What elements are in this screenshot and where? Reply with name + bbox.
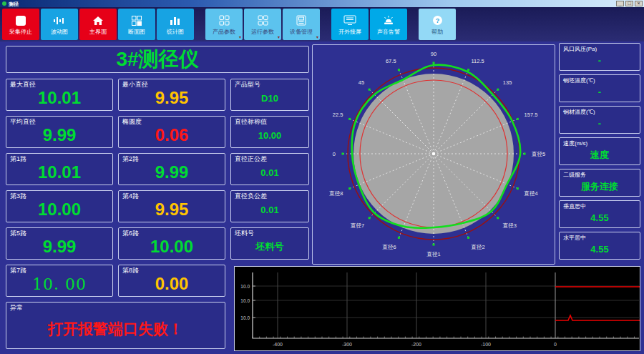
metric-path-2: 第2路9.99 <box>118 153 225 185</box>
minimize-button[interactable]: _ <box>616 1 624 6</box>
metric-label: 坯料号 <box>235 230 254 237</box>
dropdown-arrow-icon: ▾ <box>278 35 280 39</box>
metric-label: 椭圆度 <box>122 119 142 125</box>
toolbar-button-sound-alarm[interactable]: 声音告警 <box>370 9 407 40</box>
trend-chart-panel: -400-300-200-100010.010.010.0 <box>234 266 640 351</box>
info-label: 钢材温度(℃) <box>563 109 595 115</box>
polar-spoke-label: 0 <box>333 151 336 157</box>
app-window: 测径 _□× 采集停止波动图主界面断面图统计图产品参数▾运行参数▾设备管理▾开外… <box>0 0 644 354</box>
info-billet-temperature: 钢坯温度(℃)- <box>559 74 640 102</box>
polar-spoke-label: 67.5 <box>386 58 396 64</box>
metric-label: 异常 <box>10 305 23 311</box>
info-label: 水平居中 <box>563 235 586 241</box>
svg-text:?: ? <box>435 17 439 24</box>
metric-path-3: 第3路10.00 <box>6 190 113 222</box>
polar-spoke-label: 直径8 <box>328 190 343 197</box>
polar-spoke-label: 45 <box>358 79 364 86</box>
info-label: 钢坯温度(℃) <box>563 77 595 84</box>
metric-ovality: 椭圆度0.06 <box>118 116 225 148</box>
trend-x-tick-label: -300 <box>342 342 352 347</box>
toolbar-button-product-params[interactable]: 产品参数▾ <box>205 9 243 40</box>
metric-label: 最小直径 <box>122 82 148 88</box>
home-icon <box>92 14 104 27</box>
metric-label: 第6路 <box>122 230 139 237</box>
grid-icon <box>258 14 268 27</box>
polar-spoke-label: 90 <box>431 51 436 57</box>
toolbar-button-main-screen[interactable]: 主界面 <box>79 9 117 40</box>
grid-icon <box>219 14 230 27</box>
metric-max-diameter: 最大直径10.01 <box>6 79 113 111</box>
polar-spoke-label: 直径3 <box>502 222 517 229</box>
metric-label: 第2路 <box>122 156 139 162</box>
metric-alarm: 异常打开报警端口失败！ <box>6 302 225 349</box>
metric-path-8: 第8路0.00 <box>118 265 225 297</box>
window-controls: _□× <box>616 1 643 6</box>
stop-icon <box>15 14 26 27</box>
screen-icon <box>343 14 356 27</box>
toolbar-button-stop-acquisition[interactable]: 采集停止 <box>2 9 39 40</box>
toolbar: 采集停止波动图主界面断面图统计图产品参数▾运行参数▾设备管理▾开外接屏声音告警?… <box>0 7 644 41</box>
metric-label: 直径标称值 <box>235 119 267 125</box>
info-label: 风口风压(Pa) <box>563 46 597 52</box>
window-title: 测径 <box>9 1 19 6</box>
toolbar-button-external-screen[interactable]: 开外接屏 <box>331 9 369 40</box>
polar-spoke-label: 直径6 <box>381 244 396 250</box>
info-speed: 速度(m/s)速度 <box>559 137 640 165</box>
toolbar-button-fluctuation-chart[interactable]: 波动图 <box>41 9 78 40</box>
polar-spoke-label: 直径1 <box>426 251 440 257</box>
metric-label: 第1路 <box>10 156 26 162</box>
device-icon <box>296 14 306 27</box>
help-icon: ? <box>432 14 443 27</box>
metric-minus-tolerance: 直径负公差0.01 <box>230 190 309 222</box>
siren-icon <box>383 14 394 27</box>
right-panel: 风口风压(Pa)-钢坯温度(℃)-钢材温度(℃)-速度(m/s)速度二级服务服务… <box>559 43 640 260</box>
info-secondary-service: 二级服务服务连接 <box>559 169 640 197</box>
info-vertical-centering: 垂直居中4.55 <box>559 200 640 228</box>
info-tuyere-pressure: 风口风压(Pa)- <box>559 43 640 71</box>
metric-path-6: 第6路10.00 <box>118 227 225 260</box>
metric-plus-tolerance: 直径正公差0.01 <box>230 153 309 185</box>
polar-chart-panel: 直径5157.5135112.59067.54522.50直径8直径7直径6直径… <box>312 44 555 265</box>
polar-spoke-label: 直径5 <box>531 151 545 157</box>
gauge-title: 3#测径仪 <box>6 46 309 73</box>
metric-label: 第7路 <box>10 267 26 274</box>
polar-spoke-label: 直径2 <box>470 244 484 250</box>
metric-label: 第8路 <box>122 267 139 274</box>
section-icon <box>131 14 142 27</box>
dropdown-arrow-icon: ▾ <box>316 35 318 39</box>
trend-y-tick-label: 10.0 <box>240 298 250 303</box>
toolbar-button-section-chart[interactable]: 断面图 <box>118 9 155 40</box>
metric-label: 最大直径 <box>10 82 36 88</box>
metric-billet-number: 坯料号坯料号 <box>230 227 309 260</box>
trend-x-tick-label: -200 <box>411 342 421 347</box>
toolbar-button-device-management[interactable]: 设备管理▾ <box>283 9 320 40</box>
metric-label: 第3路 <box>10 193 26 200</box>
info-steel-temperature: 钢材温度(℃)- <box>559 106 640 134</box>
toolbar-button-run-params[interactable]: 运行参数▾ <box>244 9 281 40</box>
titlebar: 测径 _□× <box>0 0 644 7</box>
metric-path-5: 第5路9.99 <box>6 227 113 260</box>
metric-label: 直径正公差 <box>235 156 267 162</box>
info-label: 速度(m/s) <box>563 140 587 147</box>
waveform-icon <box>53 14 66 27</box>
metric-path-4: 第4路9.95 <box>118 190 225 222</box>
close-button[interactable]: × <box>635 1 643 6</box>
metric-value: 打开报警端口失败！ <box>6 303 225 348</box>
metric-label: 第4路 <box>122 193 139 200</box>
toolbar-button-help[interactable]: ?帮助 <box>419 9 456 40</box>
polar-spoke-label: 直径4 <box>524 190 538 197</box>
metric-product-model: 产品型号D10 <box>230 79 309 111</box>
metric-label: 平均直径 <box>10 119 36 125</box>
polar-spoke-label: 112.5 <box>471 58 484 64</box>
maximize-button[interactable]: □ <box>625 1 633 6</box>
metric-label: 直径负公差 <box>235 193 267 200</box>
trend-chart: -400-300-200-100010.010.010.0 <box>235 267 640 350</box>
toolbar-button-statistics-chart[interactable]: 统计图 <box>157 9 194 40</box>
polar-spoke-label: 直径7 <box>350 222 364 229</box>
polar-chart: 直径5157.5135112.59067.54522.50直径8直径7直径6直径… <box>313 45 553 262</box>
metric-label: 产品型号 <box>235 82 260 88</box>
polar-spoke-label: 157.5 <box>525 112 538 118</box>
metric-label: 第5路 <box>10 230 26 237</box>
metric-path-7: 第7路10. 00 <box>6 265 113 297</box>
app-icon <box>2 1 6 6</box>
